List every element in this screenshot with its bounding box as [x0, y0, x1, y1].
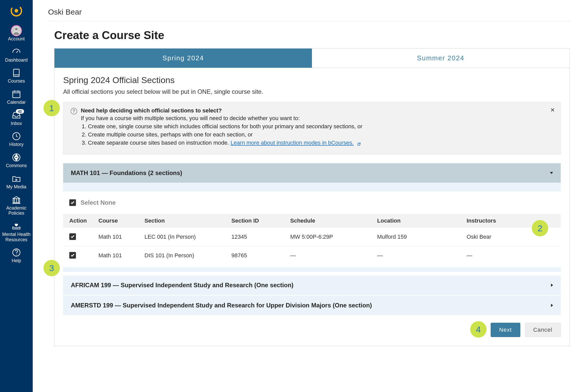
- global-sidebar: Account Dashboard Courses Calendar 42 In…: [0, 0, 33, 392]
- cell-course: Math 101: [94, 246, 140, 265]
- annotation-badge-1: 1: [43, 100, 60, 116]
- app-logo[interactable]: [8, 3, 25, 19]
- course-title: AMERSTD 199 — Supervised Independent Stu…: [71, 302, 372, 309]
- annotation-badge-2: 2: [532, 220, 548, 236]
- main-content: Oski Bear Create a Course Site 1 2 3 Spr…: [33, 0, 585, 392]
- col-schedule: Schedule: [286, 214, 373, 228]
- gauge-icon: [12, 47, 21, 57]
- col-course: Course: [94, 214, 140, 228]
- sidebar-label: Mental Health Resources: [0, 232, 33, 242]
- inbox-badge: 42: [16, 109, 24, 114]
- sidebar-label: Inbox: [11, 121, 22, 126]
- svg-rect-3: [14, 69, 19, 77]
- hands-heart-icon: [12, 221, 21, 231]
- breadcrumb-user[interactable]: Oski Bear: [48, 8, 570, 16]
- course-header-africam199[interactable]: AFRICAM 199 — Supervised Independent Stu…: [63, 275, 561, 295]
- row-checkbox[interactable]: [69, 252, 76, 259]
- sections-subtext: All official sections you select below w…: [63, 88, 561, 95]
- sidebar-label: Commons: [6, 163, 27, 168]
- course-block-expanded: MATH 101 — Foundations (2 sections) Sele…: [63, 163, 561, 272]
- sidebar-item-calendar[interactable]: Calendar: [0, 87, 33, 108]
- cell-instructors: —: [462, 246, 561, 265]
- course-header-math101[interactable]: MATH 101 — Foundations (2 sections): [63, 163, 561, 183]
- cancel-button[interactable]: Cancel: [525, 323, 561, 337]
- svg-point-2: [15, 27, 18, 31]
- avatar-icon: [11, 26, 22, 36]
- cell-location: Mulford 159: [373, 228, 462, 246]
- sidebar-item-mymedia[interactable]: My Media: [0, 171, 33, 193]
- cell-location: —: [373, 246, 462, 265]
- chevron-right-icon: [551, 284, 553, 287]
- sidebar-label: Account: [8, 36, 25, 42]
- header-divider: [48, 21, 570, 21]
- course-header-amerstd199[interactable]: AMERSTD 199 — Supervised Independent Stu…: [63, 296, 561, 315]
- col-location: Location: [373, 214, 462, 228]
- share-icon: [12, 152, 21, 163]
- sidebar-item-inbox[interactable]: 42 Inbox: [0, 108, 33, 129]
- svg-point-1: [15, 9, 18, 13]
- sidebar-item-account[interactable]: Account: [0, 24, 33, 45]
- sections-table: Action Course Section Section ID Schedul…: [63, 214, 561, 265]
- help-learn-more-link[interactable]: Learn more about instruction modes in bC…: [231, 140, 354, 146]
- sidebar-item-help[interactable]: Help: [0, 245, 33, 267]
- sections-heading: Spring 2024 Official Sections: [63, 75, 561, 85]
- chevron-right-icon: [551, 304, 553, 307]
- sidebar-label: Courses: [8, 78, 25, 84]
- help-item: Create multiple course sites, perhaps wi…: [88, 131, 362, 138]
- sidebar-item-courses[interactable]: Courses: [0, 66, 33, 87]
- col-action: Action: [63, 214, 94, 228]
- institution-icon: [12, 195, 21, 205]
- next-button[interactable]: Next: [491, 323, 520, 337]
- help-item: Create separate course sites based on in…: [88, 140, 362, 146]
- col-section: Section: [140, 214, 227, 228]
- media-folder-icon: [12, 174, 21, 184]
- col-section-id: Section ID: [227, 214, 286, 228]
- cell-course: Math 101: [94, 228, 140, 246]
- sidebar-label: Help: [12, 258, 21, 263]
- cell-schedule: MW 5:00P-6:29P: [286, 228, 373, 246]
- row-checkbox[interactable]: [69, 233, 76, 240]
- select-all-checkbox[interactable]: [69, 199, 76, 206]
- sidebar-label: Academic Policies: [0, 205, 33, 216]
- select-all-label: Select None: [81, 199, 116, 206]
- page-title: Create a Course Site: [54, 29, 570, 42]
- calendar-icon: [12, 89, 21, 99]
- sidebar-item-commons[interactable]: Commons: [0, 150, 33, 171]
- annotation-badge-3: 3: [43, 260, 60, 276]
- help-intro: If you have a course with multiple secti…: [81, 115, 362, 122]
- chevron-down-icon: [550, 172, 553, 174]
- help-item-text: Create separate course sites based on in…: [88, 140, 229, 146]
- sidebar-label: History: [9, 142, 24, 147]
- table-row: Math 101 DIS 101 (In Person) 98765 — — —: [63, 246, 561, 265]
- clock-icon: [12, 131, 21, 141]
- annotation-badge-4: 4: [470, 321, 487, 338]
- sidebar-label: Dashboard: [5, 57, 28, 63]
- question-icon: ?: [71, 108, 77, 114]
- course-title: AFRICAM 199 — Supervised Independent Stu…: [71, 282, 294, 289]
- table-row: Math 101 LEC 001 (In Person) 12345 MW 5:…: [63, 228, 561, 246]
- tab-summer-2024[interactable]: Summer 2024: [312, 49, 569, 68]
- cell-section-id: 12345: [227, 228, 286, 246]
- cell-section-id: 98765: [227, 246, 286, 265]
- svg-point-20: [16, 255, 17, 255]
- book-icon: [12, 68, 21, 78]
- close-icon[interactable]: ✕: [550, 107, 555, 113]
- help-item: Create one, single course site which inc…: [88, 123, 362, 130]
- tab-spring-2024[interactable]: Spring 2024: [54, 49, 312, 68]
- sidebar-item-mental-health[interactable]: Mental Health Resources: [0, 219, 33, 245]
- sidebar-item-policies[interactable]: Academic Policies: [0, 193, 33, 219]
- sections-panel: Spring 2024 Official Sections All offici…: [54, 68, 570, 346]
- help-panel: ✕ ? Need help deciding which official se…: [63, 102, 561, 155]
- cell-schedule: —: [286, 246, 373, 265]
- cell-section: DIS 101 (In Person): [140, 246, 227, 265]
- svg-rect-5: [13, 91, 20, 98]
- sidebar-label: Calendar: [7, 100, 26, 105]
- help-title: Need help deciding which official sectio…: [81, 107, 362, 114]
- help-icon: [12, 247, 21, 258]
- term-tabs: Spring 2024 Summer 2024: [54, 48, 570, 68]
- sidebar-item-dashboard[interactable]: Dashboard: [0, 45, 33, 66]
- course-title: MATH 101 — Foundations (2 sections): [71, 169, 182, 177]
- cell-section: LEC 001 (In Person): [140, 228, 227, 246]
- sidebar-item-history[interactable]: History: [0, 129, 33, 150]
- external-link-icon: [357, 141, 361, 145]
